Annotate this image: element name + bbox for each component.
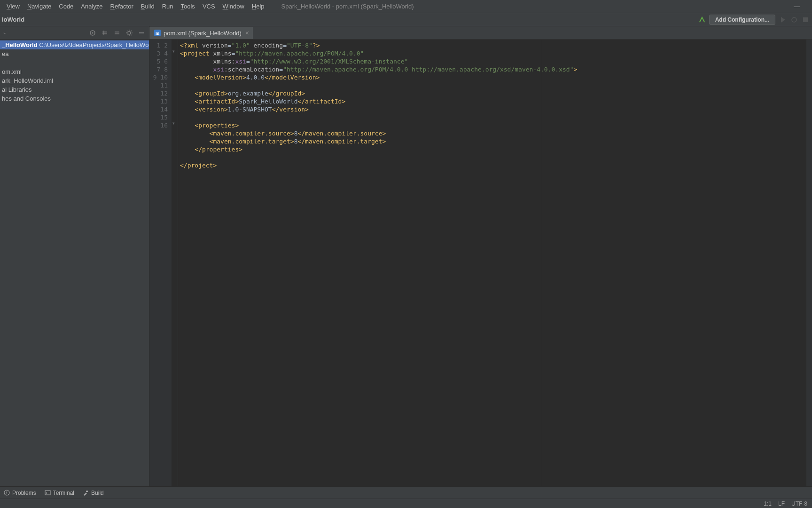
menu-view[interactable]: View: [3, 3, 23, 10]
caret-position[interactable]: 1:1: [764, 500, 772, 507]
project-tree[interactable]: _HelloWorld C:\Users\lz\IdeaProjects\Spa…: [0, 40, 149, 103]
svg-text:m: m: [156, 31, 160, 36]
window-title: Spark_HelloWorld - pom.xml (Spark_HelloW…: [278, 3, 418, 10]
menu-tools[interactable]: Tools: [177, 3, 199, 10]
build-icon[interactable]: [699, 16, 705, 23]
navigation-bar: loWorld Add Configuration...: [0, 13, 812, 26]
maven-file-icon: m: [154, 30, 161, 36]
code-content[interactable]: <?xml version="1.0" encoding="UTF-8"?> <…: [178, 40, 812, 486]
fold-handle-icon[interactable]: ▾: [172, 49, 175, 54]
right-margin-guide: [542, 40, 542, 486]
file-encoding[interactable]: UTF-8: [791, 500, 807, 507]
run-icon[interactable]: [779, 16, 787, 24]
add-configuration-button[interactable]: Add Configuration...: [709, 15, 775, 25]
menu-code[interactable]: Code: [55, 3, 77, 10]
debug-icon[interactable]: [790, 16, 798, 24]
expand-all-icon[interactable]: [101, 29, 109, 37]
tool-label: Terminal: [53, 490, 74, 496]
settings-icon[interactable]: [125, 29, 133, 37]
tree-item[interactable]: hes and Consoles: [0, 94, 149, 103]
menu-help[interactable]: Help: [248, 3, 268, 10]
tab-close-icon[interactable]: ×: [245, 29, 249, 37]
tab-label: pom.xml (Spark_HelloWorld): [164, 30, 242, 37]
menu-vcs[interactable]: VCS: [199, 3, 219, 10]
editor-tabs: m pom.xml (Spark_HelloWorld) ×: [149, 26, 812, 40]
project-tool-window: _HelloWorld C:\Users\lz\IdeaProjects\Spa…: [0, 26, 149, 486]
select-dropdown-icon[interactable]: [0, 30, 7, 36]
tool-label: Build: [91, 490, 104, 496]
project-toolbar: [0, 26, 149, 40]
tree-item[interactable]: [0, 58, 149, 67]
tree-root-path: C:\Users\lz\IdeaProjects\Spark_HelloWorl…: [39, 41, 149, 48]
line-gutter: 1 2 3 4 5 6 7 8 9 10 11 12 13 14 15 16: [149, 40, 172, 486]
tree-item-label: ark_HelloWorld.iml: [2, 77, 53, 84]
tree-item-label: om.xml: [2, 68, 22, 75]
terminal-icon: [45, 490, 51, 496]
editor-tab-pom[interactable]: m pom.xml (Spark_HelloWorld) ×: [149, 27, 253, 39]
svg-rect-9: [45, 491, 50, 495]
menu-window[interactable]: Window: [219, 3, 248, 10]
hammer-icon: [83, 490, 89, 496]
main-split: _HelloWorld C:\Users\lz\IdeaProjects\Spa…: [0, 26, 812, 486]
tree-item[interactable]: ea: [0, 49, 149, 58]
svg-rect-1: [803, 17, 808, 22]
menu-build[interactable]: Build: [137, 3, 158, 10]
tree-item-label: al Libraries: [2, 86, 32, 93]
tool-label: Problems: [12, 490, 36, 496]
window-minimize-icon[interactable]: —: [790, 3, 804, 10]
tree-item-label: ea: [2, 50, 8, 57]
stop-icon[interactable]: [802, 16, 809, 24]
tool-problems[interactable]: ! Problems: [4, 490, 36, 496]
fold-handle-icon[interactable]: ▾: [172, 121, 175, 126]
svg-point-3: [92, 32, 94, 33]
tree-item[interactable]: al Libraries: [0, 85, 149, 94]
bottom-tool-bar: ! Problems Terminal Build: [0, 486, 812, 499]
menu-run[interactable]: Run: [158, 3, 177, 10]
tree-item-label: hes and Consoles: [2, 95, 51, 102]
tool-build[interactable]: Build: [83, 490, 104, 496]
hide-icon[interactable]: [138, 29, 145, 37]
svg-rect-10: [86, 491, 88, 492]
collapse-all-icon[interactable]: [113, 29, 121, 37]
svg-point-0: [792, 17, 796, 22]
fold-bar[interactable]: ▾ ▾: [172, 40, 178, 486]
menu-refactor[interactable]: Refactor: [107, 3, 137, 10]
editor-area: m pom.xml (Spark_HelloWorld) × 1 2 3 4 5…: [149, 26, 812, 486]
menu-navigate[interactable]: Navigate: [23, 3, 55, 10]
error-stripe[interactable]: [806, 40, 812, 486]
code-editor[interactable]: 1 2 3 4 5 6 7 8 9 10 11 12 13 14 15 16 ▾…: [149, 40, 812, 486]
tool-terminal[interactable]: Terminal: [45, 490, 74, 496]
locate-icon[interactable]: [89, 29, 96, 37]
menu-analyze[interactable]: Analyze: [77, 3, 106, 10]
breadcrumb-project[interactable]: loWorld: [2, 16, 24, 23]
status-bar: 1:1 LF UTF-8: [0, 499, 812, 508]
tree-item[interactable]: ark_HelloWorld.iml: [0, 76, 149, 85]
tree-root[interactable]: _HelloWorld C:\Users\lz\IdeaProjects\Spa…: [0, 40, 149, 49]
menu-bar: View Navigate Code Analyze Refactor Buil…: [0, 0, 812, 13]
tree-item[interactable]: om.xml: [0, 67, 149, 76]
svg-point-4: [128, 32, 131, 34]
line-separator[interactable]: LF: [778, 500, 785, 507]
tree-root-name: _HelloWorld: [2, 41, 38, 48]
problems-icon: !: [4, 490, 10, 496]
svg-text:!: !: [6, 491, 8, 495]
